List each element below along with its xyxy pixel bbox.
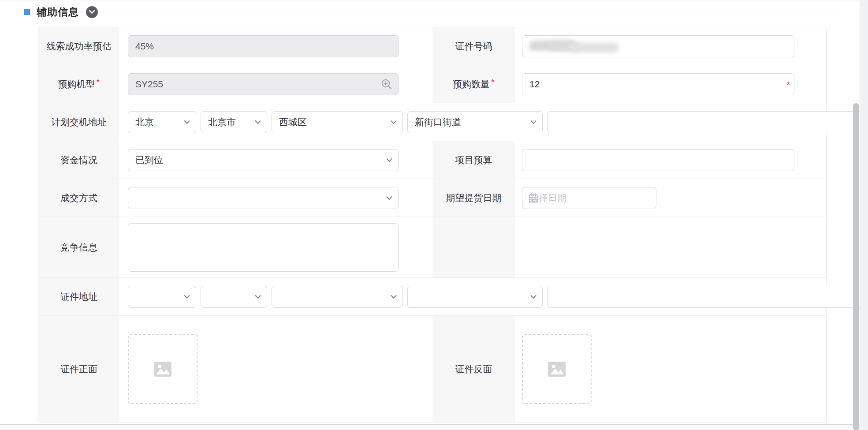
field-label-pickup-date: 期望提货日期 (432, 179, 515, 217)
section-marker-icon (24, 9, 30, 15)
label-text: 成交方式 (60, 192, 97, 204)
section-title: 辅助信息 (37, 5, 79, 19)
field-label-id-address: 证件地址 (38, 278, 119, 315)
chevron-down-icon (254, 295, 261, 299)
chevron-down-icon (183, 295, 190, 299)
field-label-project-budget: 项目预算 (432, 141, 515, 179)
field-content (515, 179, 826, 217)
select-value: 已到位 (135, 154, 163, 166)
chevron-down-icon (390, 295, 397, 299)
field-label-id-number: 证件号码 (432, 27, 515, 65)
inline-required-asterisk: * (786, 80, 790, 90)
form-row: 证件地址 (38, 278, 826, 316)
id-front-upload[interactable] (128, 334, 197, 404)
delivery-city-select[interactable]: 北京市 (201, 111, 267, 133)
redacted-value-blur (570, 43, 619, 52)
field-content (515, 316, 826, 422)
chevron-down-icon (530, 120, 537, 124)
field-label-prebuy-qty: 预购数量* (432, 65, 515, 103)
field-label-clue-success-rate: 线索成功率预估 (38, 27, 119, 65)
field-content: * (515, 65, 826, 103)
form-row: 资金情况 已到位 项目预算 (38, 141, 826, 179)
delivery-address-detail-input[interactable] (547, 111, 868, 133)
calendar-icon (528, 192, 539, 203)
id-address-district-select[interactable] (272, 286, 403, 308)
select-value: 北京 (135, 116, 154, 128)
chevron-down-icon (390, 120, 397, 124)
delivery-district-select[interactable]: 西城区 (272, 111, 403, 133)
form-row: 线索成功率预估 证件号码 (38, 27, 826, 65)
right-gutter (860, 0, 868, 430)
expected-pickup-date-input[interactable] (522, 187, 656, 209)
field-label-competition-info: 竞争信息 (38, 217, 119, 277)
id-address-province-select[interactable] (128, 286, 196, 308)
id-address-city-select[interactable] (201, 286, 267, 308)
deal-method-select[interactable] (128, 187, 399, 209)
field-label-id-back: 证件反面 (432, 316, 515, 422)
label-text: 证件地址 (60, 291, 97, 303)
empty-content-cell (515, 217, 826, 277)
chevron-down-icon (386, 158, 393, 162)
chevron-down-icon (183, 120, 190, 124)
prebuy-model-input[interactable] (128, 73, 399, 95)
field-label-prebuy-model: 预购机型* (38, 65, 119, 103)
label-text: 证件号码 (455, 40, 492, 52)
field-label-id-front: 证件正面 (38, 316, 119, 422)
label-text: 预购机型 (58, 78, 95, 90)
chevron-down-icon (530, 295, 537, 299)
vertical-scrollbar-thumb[interactable] (853, 103, 859, 430)
field-content (119, 217, 432, 277)
image-placeholder-icon (548, 362, 566, 377)
chevron-down-icon (386, 196, 393, 200)
form-table: 线索成功率预估 证件号码 预购机型* (38, 27, 827, 423)
prebuy-qty-input[interactable] (522, 73, 794, 95)
field-content (119, 278, 826, 315)
select-value: 北京市 (208, 116, 236, 128)
field-content (119, 179, 432, 217)
field-label-delivery-address: 计划交机地址 (38, 103, 119, 141)
field-content: 已到位 (119, 141, 432, 179)
label-text: 期望提货日期 (446, 192, 502, 204)
form-row: 预购机型* 预购数量* * (38, 65, 826, 103)
label-text: 资金情况 (60, 154, 97, 166)
field-content (119, 27, 432, 65)
form-row: 竞争信息 (38, 217, 826, 278)
field-label-funding: 资金情况 (38, 141, 119, 179)
delivery-street-select[interactable]: 新街口街道 (407, 111, 543, 133)
form-row: 证件正面 证件反面 (38, 316, 826, 423)
label-text: 线索成功率预估 (47, 40, 112, 52)
field-content (515, 27, 826, 65)
section-header: 辅助信息 (24, 1, 840, 22)
label-text: 证件正面 (60, 363, 97, 375)
id-back-upload[interactable] (522, 334, 592, 404)
funding-select[interactable]: 已到位 (128, 149, 399, 171)
id-address-street-select[interactable] (407, 286, 543, 308)
required-asterisk: * (491, 77, 495, 87)
empty-label-cell (432, 217, 515, 277)
select-value: 新街口街道 (415, 116, 461, 128)
field-content (515, 141, 826, 179)
required-asterisk: * (97, 77, 100, 87)
competition-info-textarea[interactable] (128, 223, 399, 272)
image-placeholder-icon (154, 362, 171, 377)
field-content: 北京 北京市 西城区 新街口街道 (119, 103, 826, 141)
field-content (119, 316, 432, 422)
project-budget-input[interactable] (522, 149, 794, 171)
id-address-detail-input[interactable] (547, 286, 868, 308)
chevron-down-icon (89, 10, 95, 14)
clue-success-rate-input[interactable] (128, 35, 399, 57)
form-row: 成交方式 期望提货日期 (38, 179, 826, 217)
chevron-down-icon (254, 120, 261, 124)
field-content (119, 65, 432, 103)
zoom-in-magnifier-icon[interactable] (380, 78, 393, 91)
label-text: 项目预算 (455, 154, 492, 166)
delivery-province-select[interactable]: 北京 (128, 111, 196, 133)
label-text: 预购数量 (453, 78, 490, 90)
field-label-deal-method: 成交方式 (38, 179, 119, 217)
below-card-area (0, 425, 860, 430)
collapse-section-button[interactable] (86, 6, 98, 18)
label-text: 竞争信息 (60, 241, 97, 254)
form-row: 计划交机地址 北京 北京市 西城区 新街口街道 (38, 103, 826, 141)
label-text: 证件反面 (455, 363, 492, 375)
header-divider (105, 12, 840, 12)
